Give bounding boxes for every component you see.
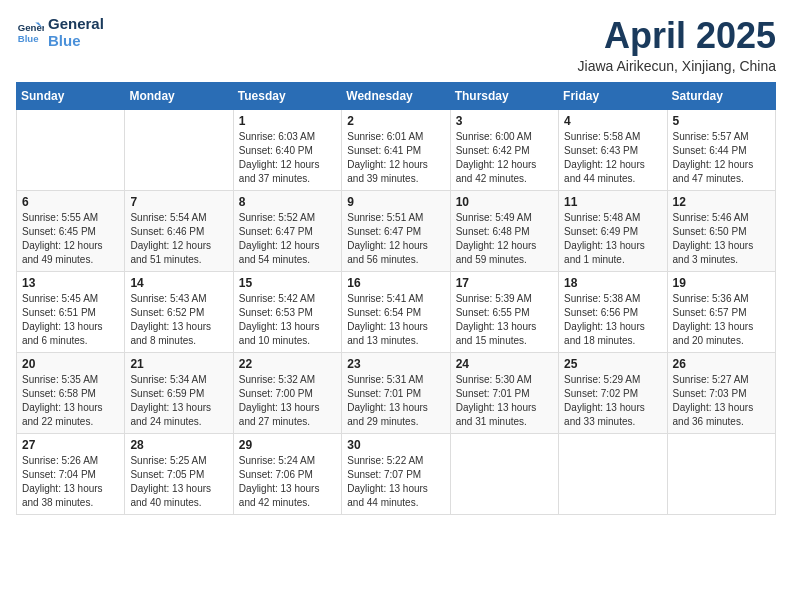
day-info: Sunrise: 6:01 AM Sunset: 6:41 PM Dayligh… bbox=[347, 130, 444, 186]
calendar-cell: 29Sunrise: 5:24 AM Sunset: 7:06 PM Dayli… bbox=[233, 433, 341, 514]
day-number: 29 bbox=[239, 438, 336, 452]
day-info: Sunrise: 5:58 AM Sunset: 6:43 PM Dayligh… bbox=[564, 130, 661, 186]
day-info: Sunrise: 5:22 AM Sunset: 7:07 PM Dayligh… bbox=[347, 454, 444, 510]
day-number: 21 bbox=[130, 357, 227, 371]
calendar-week-row: 1Sunrise: 6:03 AM Sunset: 6:40 PM Daylig… bbox=[17, 109, 776, 190]
day-info: Sunrise: 5:39 AM Sunset: 6:55 PM Dayligh… bbox=[456, 292, 553, 348]
logo-text-general: General bbox=[48, 16, 104, 33]
day-number: 3 bbox=[456, 114, 553, 128]
day-info: Sunrise: 5:35 AM Sunset: 6:58 PM Dayligh… bbox=[22, 373, 119, 429]
calendar-cell: 25Sunrise: 5:29 AM Sunset: 7:02 PM Dayli… bbox=[559, 352, 667, 433]
calendar-cell: 27Sunrise: 5:26 AM Sunset: 7:04 PM Dayli… bbox=[17, 433, 125, 514]
calendar-cell: 10Sunrise: 5:49 AM Sunset: 6:48 PM Dayli… bbox=[450, 190, 558, 271]
day-number: 2 bbox=[347, 114, 444, 128]
day-number: 5 bbox=[673, 114, 770, 128]
logo-icon: General Blue bbox=[16, 19, 44, 47]
day-header-wednesday: Wednesday bbox=[342, 82, 450, 109]
page-header: General Blue General Blue April 2025 Jia… bbox=[16, 16, 776, 74]
day-info: Sunrise: 5:30 AM Sunset: 7:01 PM Dayligh… bbox=[456, 373, 553, 429]
calendar-cell: 1Sunrise: 6:03 AM Sunset: 6:40 PM Daylig… bbox=[233, 109, 341, 190]
day-number: 18 bbox=[564, 276, 661, 290]
day-info: Sunrise: 5:34 AM Sunset: 6:59 PM Dayligh… bbox=[130, 373, 227, 429]
day-info: Sunrise: 5:54 AM Sunset: 6:46 PM Dayligh… bbox=[130, 211, 227, 267]
day-info: Sunrise: 6:03 AM Sunset: 6:40 PM Dayligh… bbox=[239, 130, 336, 186]
day-info: Sunrise: 5:24 AM Sunset: 7:06 PM Dayligh… bbox=[239, 454, 336, 510]
day-number: 16 bbox=[347, 276, 444, 290]
location-subtitle: Jiawa Airikecun, Xinjiang, China bbox=[578, 58, 776, 74]
calendar-week-row: 6Sunrise: 5:55 AM Sunset: 6:45 PM Daylig… bbox=[17, 190, 776, 271]
day-number: 17 bbox=[456, 276, 553, 290]
day-header-sunday: Sunday bbox=[17, 82, 125, 109]
day-number: 24 bbox=[456, 357, 553, 371]
day-number: 14 bbox=[130, 276, 227, 290]
day-number: 26 bbox=[673, 357, 770, 371]
calendar-table: SundayMondayTuesdayWednesdayThursdayFrid… bbox=[16, 82, 776, 515]
calendar-cell: 18Sunrise: 5:38 AM Sunset: 6:56 PM Dayli… bbox=[559, 271, 667, 352]
calendar-cell bbox=[125, 109, 233, 190]
calendar-cell bbox=[667, 433, 775, 514]
day-info: Sunrise: 5:36 AM Sunset: 6:57 PM Dayligh… bbox=[673, 292, 770, 348]
calendar-cell: 4Sunrise: 5:58 AM Sunset: 6:43 PM Daylig… bbox=[559, 109, 667, 190]
day-info: Sunrise: 5:51 AM Sunset: 6:47 PM Dayligh… bbox=[347, 211, 444, 267]
calendar-cell: 6Sunrise: 5:55 AM Sunset: 6:45 PM Daylig… bbox=[17, 190, 125, 271]
day-number: 28 bbox=[130, 438, 227, 452]
calendar-cell: 3Sunrise: 6:00 AM Sunset: 6:42 PM Daylig… bbox=[450, 109, 558, 190]
calendar-cell: 13Sunrise: 5:45 AM Sunset: 6:51 PM Dayli… bbox=[17, 271, 125, 352]
day-number: 8 bbox=[239, 195, 336, 209]
day-number: 13 bbox=[22, 276, 119, 290]
day-header-saturday: Saturday bbox=[667, 82, 775, 109]
day-info: Sunrise: 5:25 AM Sunset: 7:05 PM Dayligh… bbox=[130, 454, 227, 510]
calendar-cell: 7Sunrise: 5:54 AM Sunset: 6:46 PM Daylig… bbox=[125, 190, 233, 271]
calendar-cell: 24Sunrise: 5:30 AM Sunset: 7:01 PM Dayli… bbox=[450, 352, 558, 433]
day-info: Sunrise: 5:29 AM Sunset: 7:02 PM Dayligh… bbox=[564, 373, 661, 429]
day-header-tuesday: Tuesday bbox=[233, 82, 341, 109]
calendar-cell: 23Sunrise: 5:31 AM Sunset: 7:01 PM Dayli… bbox=[342, 352, 450, 433]
day-info: Sunrise: 5:26 AM Sunset: 7:04 PM Dayligh… bbox=[22, 454, 119, 510]
day-number: 19 bbox=[673, 276, 770, 290]
calendar-week-row: 20Sunrise: 5:35 AM Sunset: 6:58 PM Dayli… bbox=[17, 352, 776, 433]
calendar-header-row: SundayMondayTuesdayWednesdayThursdayFrid… bbox=[17, 82, 776, 109]
calendar-cell: 15Sunrise: 5:42 AM Sunset: 6:53 PM Dayli… bbox=[233, 271, 341, 352]
day-number: 30 bbox=[347, 438, 444, 452]
day-number: 9 bbox=[347, 195, 444, 209]
day-info: Sunrise: 5:55 AM Sunset: 6:45 PM Dayligh… bbox=[22, 211, 119, 267]
calendar-cell: 17Sunrise: 5:39 AM Sunset: 6:55 PM Dayli… bbox=[450, 271, 558, 352]
calendar-cell: 5Sunrise: 5:57 AM Sunset: 6:44 PM Daylig… bbox=[667, 109, 775, 190]
calendar-cell: 19Sunrise: 5:36 AM Sunset: 6:57 PM Dayli… bbox=[667, 271, 775, 352]
calendar-cell bbox=[559, 433, 667, 514]
day-number: 4 bbox=[564, 114, 661, 128]
calendar-cell: 12Sunrise: 5:46 AM Sunset: 6:50 PM Dayli… bbox=[667, 190, 775, 271]
day-info: Sunrise: 5:48 AM Sunset: 6:49 PM Dayligh… bbox=[564, 211, 661, 267]
day-header-monday: Monday bbox=[125, 82, 233, 109]
day-info: Sunrise: 5:41 AM Sunset: 6:54 PM Dayligh… bbox=[347, 292, 444, 348]
day-header-friday: Friday bbox=[559, 82, 667, 109]
day-info: Sunrise: 6:00 AM Sunset: 6:42 PM Dayligh… bbox=[456, 130, 553, 186]
day-number: 7 bbox=[130, 195, 227, 209]
calendar-cell: 9Sunrise: 5:51 AM Sunset: 6:47 PM Daylig… bbox=[342, 190, 450, 271]
day-number: 6 bbox=[22, 195, 119, 209]
calendar-cell: 16Sunrise: 5:41 AM Sunset: 6:54 PM Dayli… bbox=[342, 271, 450, 352]
day-info: Sunrise: 5:45 AM Sunset: 6:51 PM Dayligh… bbox=[22, 292, 119, 348]
svg-text:Blue: Blue bbox=[18, 32, 39, 43]
day-number: 20 bbox=[22, 357, 119, 371]
day-number: 23 bbox=[347, 357, 444, 371]
day-info: Sunrise: 5:49 AM Sunset: 6:48 PM Dayligh… bbox=[456, 211, 553, 267]
calendar-cell: 14Sunrise: 5:43 AM Sunset: 6:52 PM Dayli… bbox=[125, 271, 233, 352]
day-info: Sunrise: 5:46 AM Sunset: 6:50 PM Dayligh… bbox=[673, 211, 770, 267]
day-number: 1 bbox=[239, 114, 336, 128]
month-title: April 2025 bbox=[578, 16, 776, 56]
svg-text:General: General bbox=[18, 22, 44, 33]
day-info: Sunrise: 5:42 AM Sunset: 6:53 PM Dayligh… bbox=[239, 292, 336, 348]
title-block: April 2025 Jiawa Airikecun, Xinjiang, Ch… bbox=[578, 16, 776, 74]
day-number: 15 bbox=[239, 276, 336, 290]
calendar-week-row: 13Sunrise: 5:45 AM Sunset: 6:51 PM Dayli… bbox=[17, 271, 776, 352]
calendar-cell bbox=[17, 109, 125, 190]
logo-text-blue: Blue bbox=[48, 33, 104, 50]
day-info: Sunrise: 5:43 AM Sunset: 6:52 PM Dayligh… bbox=[130, 292, 227, 348]
day-number: 12 bbox=[673, 195, 770, 209]
day-number: 27 bbox=[22, 438, 119, 452]
calendar-cell: 20Sunrise: 5:35 AM Sunset: 6:58 PM Dayli… bbox=[17, 352, 125, 433]
calendar-cell: 30Sunrise: 5:22 AM Sunset: 7:07 PM Dayli… bbox=[342, 433, 450, 514]
calendar-cell: 22Sunrise: 5:32 AM Sunset: 7:00 PM Dayli… bbox=[233, 352, 341, 433]
day-number: 22 bbox=[239, 357, 336, 371]
